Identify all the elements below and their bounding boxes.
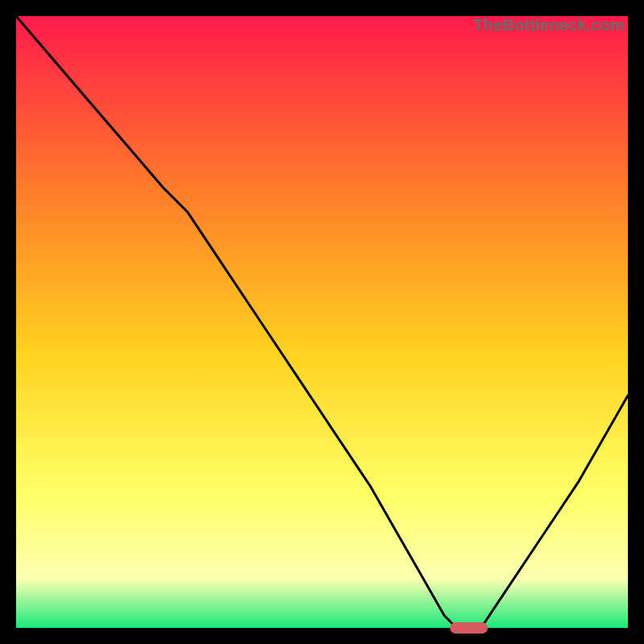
- chart-frame: TheBottleneck.com: [16, 16, 628, 628]
- optimal-point-marker: [451, 623, 488, 633]
- watermark-text: TheBottleneck.com: [473, 16, 625, 35]
- gradient-background: [16, 16, 628, 628]
- bottleneck-chart: [16, 16, 628, 628]
